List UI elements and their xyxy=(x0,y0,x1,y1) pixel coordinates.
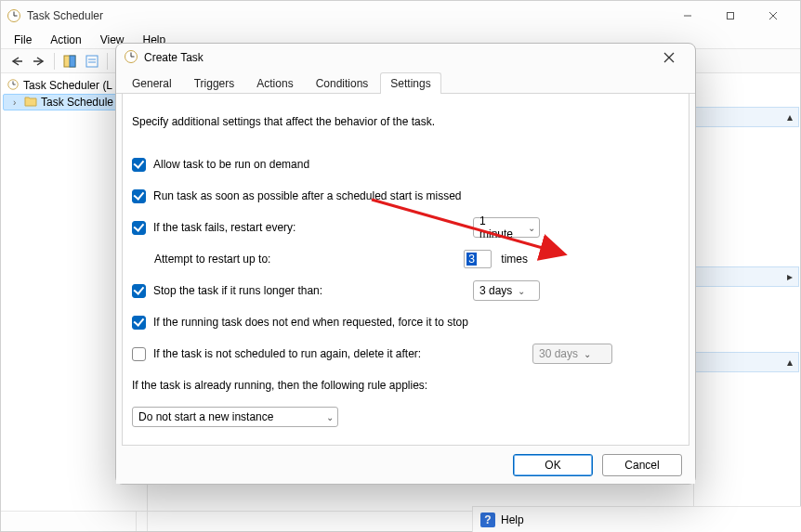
help-icon: ? xyxy=(480,513,495,527)
label-restart-every: If the task fails, restart every: xyxy=(153,221,295,234)
select-running-rule[interactable]: Do not start a new instance ⌄ xyxy=(132,407,338,427)
help-label: Help xyxy=(501,513,524,526)
status-cell-2 xyxy=(137,512,148,531)
chevron-down-icon: ⌄ xyxy=(528,223,535,233)
chevron-down-icon: ⌄ xyxy=(584,349,591,359)
checkbox-run-asap[interactable] xyxy=(132,189,146,203)
dialog-tabs: General Triggers Actions Conditions Sett… xyxy=(116,71,695,94)
label-delete-after: If the task is not scheduled to run agai… xyxy=(153,347,421,360)
menu-file[interactable]: File xyxy=(7,32,39,48)
input-attempt-value: 3 xyxy=(466,253,477,266)
select-running-rule-value: Do not start a new instance xyxy=(138,410,273,423)
chevron-down-icon: ⌄ xyxy=(518,286,525,296)
settings-panel: Specify additional settings that affect … xyxy=(122,94,689,446)
maximize-button[interactable] xyxy=(709,2,752,30)
tree-root-label: Task Scheduler (L xyxy=(23,79,112,92)
label-rule: If the task is already running, then the… xyxy=(132,379,427,392)
close-button[interactable] xyxy=(752,2,794,30)
tab-settings[interactable]: Settings xyxy=(380,72,440,94)
create-task-dialog: Create Task General Triggers Actions Con… xyxy=(115,43,696,485)
nav-back-button[interactable] xyxy=(7,51,27,71)
checkbox-restart-every[interactable] xyxy=(132,221,146,235)
task-scheduler-icon xyxy=(124,49,138,67)
dialog-title: Create Task xyxy=(144,51,650,64)
minimize-button[interactable] xyxy=(666,2,709,30)
tab-general[interactable]: General xyxy=(122,72,182,94)
label-attempt: Attempt to restart up to: xyxy=(154,253,270,266)
chevron-right-icon: ▸ xyxy=(787,270,793,283)
help-row[interactable]: ? Help xyxy=(472,506,801,532)
task-scheduler-icon xyxy=(7,8,21,23)
select-stop-duration-value: 3 days xyxy=(479,284,512,297)
cancel-button-label: Cancel xyxy=(624,459,659,472)
main-window-title: Task Scheduler xyxy=(27,9,666,22)
properties-icon[interactable] xyxy=(82,51,102,71)
tab-conditions[interactable]: Conditions xyxy=(306,72,379,94)
label-allow-on-demand: Allow task to be run on demand xyxy=(153,158,309,171)
actions-pane: ▴ ▸ ▴ xyxy=(693,73,800,511)
main-titlebar: Task Scheduler xyxy=(1,1,800,31)
toolbar-separator-2 xyxy=(107,53,108,70)
cancel-button[interactable]: Cancel xyxy=(602,454,682,476)
label-force-stop: If the running task does not end when re… xyxy=(153,316,468,329)
dialog-titlebar: Create Task xyxy=(116,44,695,71)
dialog-button-row: OK Cancel xyxy=(116,446,695,484)
label-times: times xyxy=(501,253,528,266)
accordion-header-2[interactable]: ▸ xyxy=(695,266,799,287)
folder-icon xyxy=(24,96,37,110)
checkbox-delete-after[interactable] xyxy=(132,347,146,361)
chevron-up-icon: ▴ xyxy=(787,356,793,369)
expand-icon[interactable]: › xyxy=(13,97,20,108)
toolbar-separator xyxy=(54,53,55,70)
select-delete-after-value: 30 days xyxy=(539,347,578,360)
dialog-close-button[interactable] xyxy=(650,45,688,71)
accordion-header-3[interactable]: ▴ xyxy=(695,352,799,372)
svg-rect-4 xyxy=(728,13,734,19)
chevron-up-icon: ▴ xyxy=(787,110,793,123)
settings-intro: Specify additional settings that affect … xyxy=(132,115,435,128)
menu-action[interactable]: Action xyxy=(43,32,88,48)
ok-button-label: OK xyxy=(545,459,560,472)
tab-actions[interactable]: Actions xyxy=(246,72,303,94)
chevron-down-icon: ⌄ xyxy=(326,412,334,422)
ok-button[interactable]: OK xyxy=(513,454,593,476)
svg-rect-10 xyxy=(70,56,75,67)
checkbox-allow-on-demand[interactable] xyxy=(132,158,146,172)
accordion-header-1[interactable]: ▴ xyxy=(695,107,799,127)
label-run-asap: Run task as soon as possible after a sch… xyxy=(153,189,462,202)
select-restart-interval[interactable]: 1 minute ⌄ xyxy=(473,217,540,238)
action-pane-toggle-icon[interactable] xyxy=(59,51,80,71)
tree-library-label: Task Schedule xyxy=(41,96,113,109)
status-cell-1 xyxy=(1,512,137,531)
select-stop-duration[interactable]: 3 days ⌄ xyxy=(473,280,540,301)
checkbox-force-stop[interactable] xyxy=(132,316,146,330)
select-restart-interval-value: 1 minute xyxy=(479,214,522,240)
input-attempt-count[interactable]: 3 xyxy=(464,250,492,268)
checkbox-stop-longer[interactable] xyxy=(132,284,146,298)
tab-triggers[interactable]: Triggers xyxy=(184,72,245,94)
select-delete-after: 30 days ⌄ xyxy=(532,344,612,364)
label-stop-longer: Stop the task if it runs longer than: xyxy=(153,284,322,297)
nav-forward-button[interactable] xyxy=(29,51,49,71)
task-scheduler-icon xyxy=(7,78,20,94)
svg-rect-11 xyxy=(86,56,98,67)
